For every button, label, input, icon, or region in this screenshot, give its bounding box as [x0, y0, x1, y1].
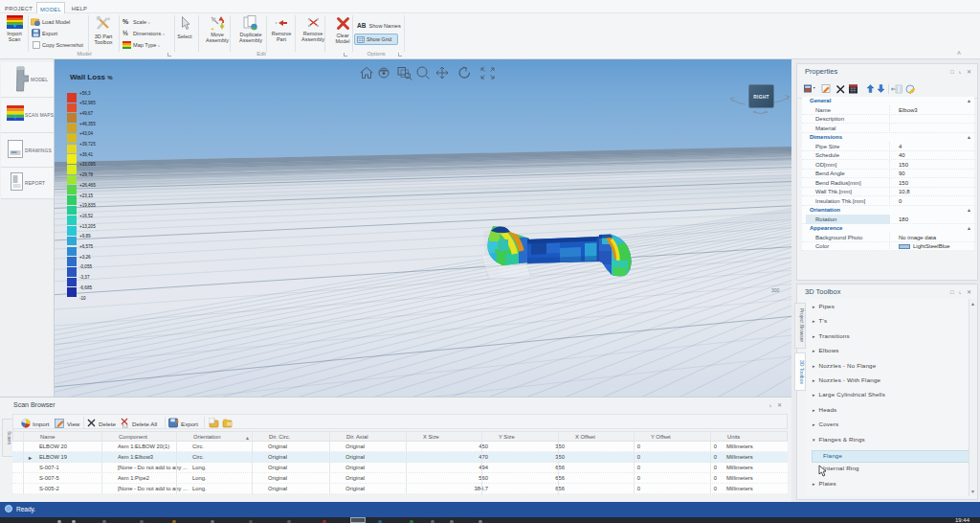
svg-text:[↓]: [↓] [122, 423, 128, 429]
